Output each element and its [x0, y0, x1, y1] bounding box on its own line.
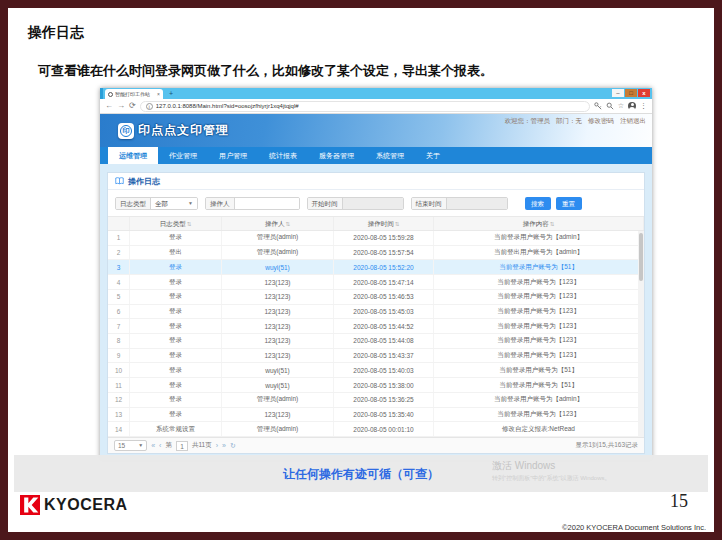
- refresh-table-icon[interactable]: ↻: [230, 442, 236, 449]
- browser-menu-icon[interactable]: ⋮: [640, 102, 647, 110]
- zoom-icon[interactable]: [606, 102, 614, 110]
- sort-icon: ⇅: [395, 221, 400, 227]
- app-content: 操作日志 日志类型 全部▼ 操作人: [100, 164, 652, 460]
- page-total: 共11页: [192, 441, 212, 450]
- scrollbar-thumb[interactable]: [639, 233, 643, 281]
- nav-tab-5[interactable]: 系统管理: [365, 147, 415, 164]
- bookmark-star-icon[interactable]: ☆: [618, 102, 624, 110]
- panel-title: 操作日志: [128, 176, 160, 187]
- last-page-icon[interactable]: »: [222, 442, 226, 449]
- table-row[interactable]: 4登录123(123)2020-08-05 15:47:14当前登录用户账号为【…: [108, 275, 644, 290]
- browser-window: 智能打印工作站 × + – □ x ← → ⟳ i 127.0.0.1:8088…: [100, 88, 652, 460]
- cell-operator: 123(123): [222, 290, 334, 304]
- prev-page-icon[interactable]: ‹: [159, 442, 161, 449]
- cell-type: 登录: [130, 305, 222, 319]
- cell-time: 2020-08-05 15:45:03: [334, 305, 434, 319]
- app-header: 印 印点点文印管理 欢迎您：管理员 部门：无 修改密码 注销退出: [100, 114, 652, 147]
- operator-filter: 操作人: [205, 197, 300, 210]
- profile-avatar-icon[interactable]: [628, 102, 636, 110]
- back-icon[interactable]: ←: [105, 102, 113, 110]
- nav-tab-1[interactable]: 作业管理: [158, 147, 208, 164]
- table-row[interactable]: 6登录123(123)2020-08-05 15:45:03当前登录用户账号为【…: [108, 305, 644, 320]
- cell-operator: 123(123): [222, 319, 334, 333]
- table-row[interactable]: 12登录管理员(admin)2020-08-05 15:36:25当前登录用户账…: [108, 393, 644, 408]
- new-tab-button[interactable]: +: [169, 89, 173, 99]
- table-row[interactable]: 2登出管理员(admin)2020-08-05 15:57:54当前登出用户账号…: [108, 246, 644, 261]
- end-time-input[interactable]: [447, 198, 507, 209]
- page-number-input[interactable]: 1: [176, 441, 188, 451]
- tab-favicon-icon: [108, 92, 113, 97]
- cell-idx: 14: [108, 422, 130, 436]
- nav-tab-0[interactable]: 运维管理: [108, 147, 158, 164]
- logout-link[interactable]: 注销退出: [620, 117, 646, 126]
- cell-idx: 6: [108, 305, 130, 319]
- cell-content: 当前登录用户账号为【123】: [434, 349, 644, 363]
- cell-type: 登录: [130, 363, 222, 377]
- table-row[interactable]: 9登录123(123)2020-08-05 15:43:37当前登录用户账号为【…: [108, 349, 644, 364]
- filter-buttons: 搜索 重置: [525, 197, 582, 210]
- windows-activation-watermark: 激活 Windows 转到"控制面板"中的"系统"以激活 Windows。: [492, 459, 611, 483]
- header-content[interactable]: 操作内容⇅: [434, 217, 644, 230]
- site-info-icon[interactable]: i: [146, 103, 153, 110]
- table-row[interactable]: 5登录123(123)2020-08-05 15:46:53当前登录用户账号为【…: [108, 290, 644, 305]
- search-button[interactable]: 搜索: [525, 197, 551, 210]
- cell-time: 2020-08-05 15:52:20: [334, 260, 434, 274]
- table-row[interactable]: 13登录123(123)2020-08-05 15:35:40当前登录用户账号为…: [108, 408, 644, 423]
- nav-tab-4[interactable]: 服务器管理: [308, 147, 365, 164]
- header-operator[interactable]: 操作人⇅: [222, 217, 334, 230]
- cell-content: 当前登出用户账号为【admin】: [434, 246, 644, 260]
- cell-type: 登录: [130, 275, 222, 289]
- table-row[interactable]: 11登录wuyi(51)2020-08-05 15:38:00当前登录用户账号为…: [108, 378, 644, 393]
- cell-idx: 9: [108, 349, 130, 363]
- header-time[interactable]: 操作时间⇅: [334, 217, 434, 230]
- cell-operator: wuyi(51): [222, 363, 334, 377]
- table-row[interactable]: 3登录wuyi(51)2020-08-05 15:52:20当前登录用户账号为【…: [108, 260, 644, 275]
- pagination-bar: 15▼ « ‹ 第 1 共11页 › » ↻ 显示1到15,共163记录: [108, 437, 644, 453]
- end-time-label: 结束时间: [412, 198, 447, 209]
- table-row[interactable]: 8登录123(123)2020-08-05 15:44:08当前登录用户账号为【…: [108, 334, 644, 349]
- app-nav: 运维管理作业管理用户管理统计报表服务器管理系统管理关于: [100, 147, 652, 164]
- tab-title: 智能打印工作站: [115, 91, 155, 97]
- cell-operator: 123(123): [222, 334, 334, 348]
- cell-type: 登录: [130, 319, 222, 333]
- start-time-input[interactable]: [343, 198, 403, 209]
- cell-content: 修改自定义报表:NetRead: [434, 422, 644, 436]
- cell-idx: 11: [108, 378, 130, 392]
- header-log-type[interactable]: 日志类型⇅: [130, 217, 222, 230]
- browser-tab[interactable]: 智能打印工作站 ×: [105, 89, 163, 99]
- cell-operator: 管理员(admin): [222, 393, 334, 407]
- close-button[interactable]: x: [638, 89, 650, 97]
- cell-operator: 123(123): [222, 349, 334, 363]
- log-type-select[interactable]: 全部▼: [151, 198, 197, 209]
- operator-input[interactable]: [235, 198, 299, 209]
- header-index: [108, 217, 130, 230]
- cell-idx: 10: [108, 363, 130, 377]
- first-page-icon[interactable]: «: [151, 442, 155, 449]
- app-logo-icon: 印: [118, 123, 134, 139]
- table-row[interactable]: 7登录123(123)2020-08-05 15:44:52当前登录用户账号为【…: [108, 319, 644, 334]
- reset-button[interactable]: 重置: [556, 197, 582, 210]
- app-title: 印点点文印管理: [138, 122, 229, 139]
- maximize-button[interactable]: □: [625, 89, 637, 97]
- cell-idx: 8: [108, 334, 130, 348]
- table-row[interactable]: 14系统常规设置管理员(admin)2020-08-05 00:01:10修改自…: [108, 422, 644, 437]
- table-row[interactable]: 10登录wuyi(51)2020-08-05 15:40:03当前登录用户账号为…: [108, 363, 644, 378]
- minimize-button[interactable]: –: [612, 89, 624, 97]
- log-panel: 操作日志 日志类型 全部▼ 操作人: [107, 172, 645, 454]
- change-password-link[interactable]: 修改密码: [588, 117, 614, 126]
- tab-close-icon[interactable]: ×: [157, 92, 160, 97]
- next-page-icon[interactable]: ›: [216, 442, 218, 449]
- nav-tab-6[interactable]: 关于: [415, 147, 451, 164]
- cell-type: 登录: [130, 393, 222, 407]
- refresh-icon[interactable]: ⟳: [129, 102, 136, 110]
- forward-icon[interactable]: →: [117, 102, 125, 110]
- url-omnibox[interactable]: i 127.0.0.1:8088/Main.html?sid=oosojzfhi…: [140, 101, 590, 112]
- sort-icon: ⇅: [550, 221, 555, 227]
- sort-icon: ⇅: [187, 221, 192, 227]
- table-row[interactable]: 1登录管理员(admin)2020-08-05 15:59:28当前登录用户账号…: [108, 231, 644, 246]
- page-size-select[interactable]: 15▼: [114, 440, 147, 451]
- nav-tab-3[interactable]: 统计报表: [258, 147, 308, 164]
- key-icon[interactable]: [594, 102, 602, 110]
- cell-idx: 7: [108, 319, 130, 333]
- nav-tab-2[interactable]: 用户管理: [208, 147, 258, 164]
